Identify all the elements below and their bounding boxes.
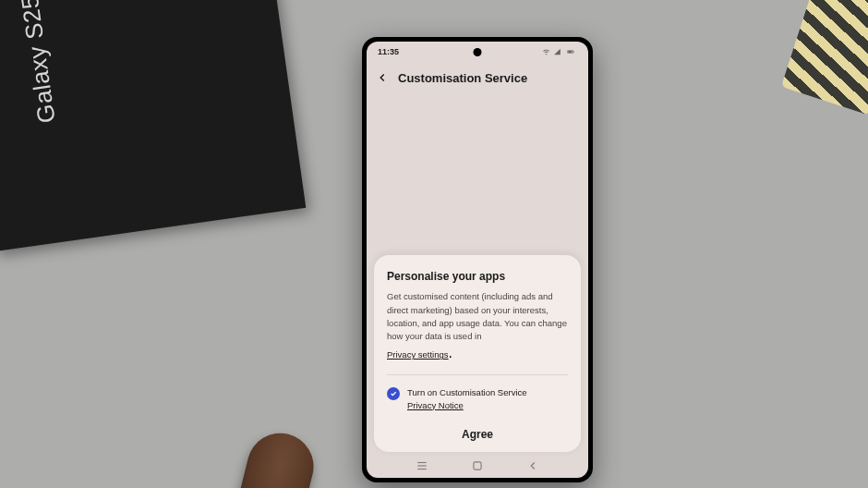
battery-icon [564,48,577,55]
svg-rect-2 [573,51,574,52]
phone-frame: 11:35 Customisation Service Personalise … [362,37,593,482]
consent-text: Turn on Customisation Service Privacy No… [407,386,527,411]
sheet-title: Personalise your apps [387,270,568,283]
bottom-sheet: Personalise your apps Get customised con… [374,255,581,452]
wifi-icon [542,48,550,55]
svg-rect-1 [568,51,572,53]
page-title: Customisation Service [398,71,527,85]
check-icon[interactable] [387,387,400,400]
status-right [542,48,577,55]
signal-icon [553,48,561,55]
divider [387,374,568,375]
finger [230,426,320,488]
page-header: Customisation Service [367,62,588,93]
navigation-bar [367,454,588,478]
svg-rect-6 [474,462,481,470]
recents-icon[interactable] [416,459,428,472]
privacy-notice-link[interactable]: Privacy Notice [407,400,464,410]
consent-row[interactable]: Turn on Customisation Service Privacy No… [387,386,568,411]
checkbox-label: Turn on Customisation Service [407,387,527,397]
sheet-body: Get customised content (including ads an… [387,290,568,343]
wooden-prop [781,0,868,116]
box-model-label: Galaxy S25 Ultra [6,0,61,125]
status-time: 11:35 [378,47,399,56]
back-icon[interactable] [376,71,389,84]
phone-screen: 11:35 Customisation Service Personalise … [367,42,588,478]
nav-back-icon[interactable] [526,459,539,472]
home-icon[interactable] [471,459,484,472]
front-camera [474,48,482,56]
product-box: Galaxy S25 Ultra [0,0,306,251]
agree-button[interactable]: Agree [387,422,568,443]
privacy-settings-link[interactable]: Privacy settings [387,349,449,360]
